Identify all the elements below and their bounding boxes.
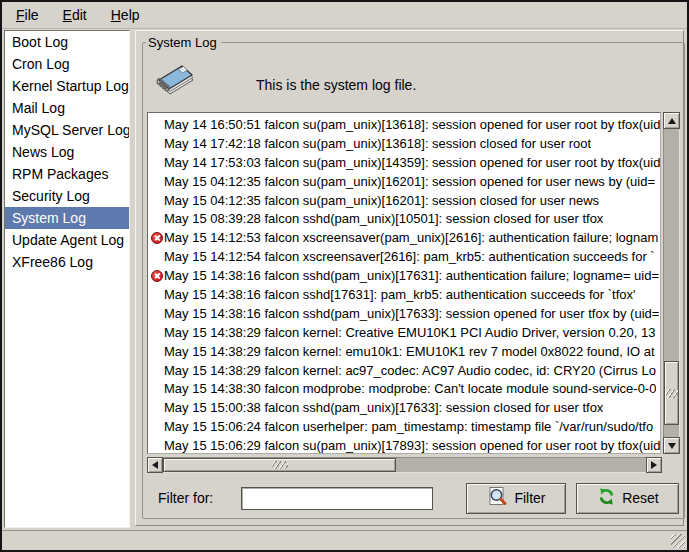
scroll-right-button[interactable] bbox=[646, 457, 662, 473]
log-description: This is the system log file. bbox=[256, 77, 416, 93]
log-header: This is the system log file. bbox=[146, 50, 681, 112]
log-row[interactable]: May 15 04:12:35 falcon su(pam_unix)[1620… bbox=[148, 191, 660, 210]
status-bar bbox=[2, 530, 687, 550]
log-row[interactable]: May 15 14:38:16 falcon sshd(pam_unix)[17… bbox=[148, 266, 660, 285]
log-row[interactable]: May 15 14:38:30 falcon modprobe: modprob… bbox=[148, 379, 660, 398]
red-x-circle-icon bbox=[151, 232, 163, 244]
log-row[interactable]: May 15 14:38:29 falcon kernel: Creative … bbox=[148, 323, 660, 342]
log-row[interactable]: May 15 14:12:54 falcon xscreensaver[2616… bbox=[148, 247, 660, 266]
log-row[interactable]: May 15 04:12:35 falcon su(pam_unix)[1620… bbox=[148, 172, 660, 191]
menu-edit[interactable]: Edit bbox=[51, 2, 99, 28]
magnifier-document-icon bbox=[487, 486, 508, 510]
log-list: May 14 16:50:51 falcon su(pam_unix)[1361… bbox=[147, 112, 661, 454]
horizontal-scrollbar bbox=[147, 457, 662, 473]
sidebar-item-cron-log[interactable]: Cron Log bbox=[5, 53, 129, 75]
vertical-scrollbar bbox=[663, 112, 680, 454]
filter-button[interactable]: Filter bbox=[466, 483, 566, 514]
vertical-scroll-thumb[interactable] bbox=[664, 361, 679, 425]
log-row[interactable]: May 14 16:50:51 falcon su(pam_unix)[1361… bbox=[148, 115, 660, 134]
log-row[interactable]: May 15 15:00:38 falcon sshd(pam_unix)[17… bbox=[148, 398, 660, 417]
log-row[interactable]: May 14 17:53:03 falcon su(pam_unix)[1435… bbox=[148, 153, 660, 172]
green-refresh-arrows-icon bbox=[597, 487, 616, 509]
sidebar-item-xfree86-log[interactable]: XFree86 Log bbox=[5, 251, 129, 273]
log-row[interactable]: May 15 14:38:29 falcon kernel: ac97_code… bbox=[148, 361, 660, 380]
notebook-icon bbox=[150, 58, 196, 106]
scroll-down-button[interactable] bbox=[663, 437, 680, 454]
horizontal-scroll-trough[interactable] bbox=[163, 457, 646, 473]
menu-bar: File Edit Help bbox=[2, 2, 687, 29]
thumb-grip bbox=[272, 461, 288, 469]
log-row[interactable]: May 15 08:39:28 falcon sshd(pam_unix)[10… bbox=[148, 209, 660, 228]
log-row[interactable]: May 15 15:06:29 falcon su(pam_unix)[1789… bbox=[148, 436, 660, 454]
menu-file[interactable]: File bbox=[4, 2, 51, 28]
vertical-scroll-trough[interactable] bbox=[663, 129, 680, 437]
log-row[interactable]: May 15 14:38:16 falcon sshd(pam_unix)[17… bbox=[148, 304, 660, 323]
log-viewer-window: File Edit Help Boot Log Cron Log Kernel … bbox=[0, 0, 689, 552]
triangle-right-icon bbox=[651, 461, 657, 469]
horizontal-scroll-thumb[interactable] bbox=[163, 458, 396, 472]
filter-label: Filter for: bbox=[158, 490, 213, 506]
sidebar-item-mysql-server-log[interactable]: MySQL Server Log bbox=[5, 119, 129, 141]
sidebar-item-system-log[interactable]: System Log bbox=[5, 207, 129, 229]
log-row[interactable]: May 15 15:06:24 falcon userhelper: pam_t… bbox=[148, 417, 660, 436]
sidebar-item-kernel-startup-log[interactable]: Kernel Startup Log bbox=[5, 75, 129, 97]
resize-grip[interactable] bbox=[671, 534, 685, 548]
menu-help[interactable]: Help bbox=[99, 2, 152, 28]
reset-button[interactable]: Reset bbox=[576, 483, 679, 514]
log-row[interactable]: May 15 14:38:29 falcon kernel: emu10k1: … bbox=[148, 342, 660, 361]
filter-input[interactable] bbox=[241, 487, 433, 510]
log-row[interactable]: May 15 14:12:53 falcon xscreensaver(pam_… bbox=[148, 228, 660, 247]
red-x-circle-icon bbox=[151, 270, 163, 282]
sidebar-item-security-log[interactable]: Security Log bbox=[5, 185, 129, 207]
sidebar-item-update-agent-log[interactable]: Update Agent Log bbox=[5, 229, 129, 251]
sidebar-item-mail-log[interactable]: Mail Log bbox=[5, 97, 129, 119]
sidebar-item-news-log[interactable]: News Log bbox=[5, 141, 129, 163]
triangle-left-icon bbox=[152, 461, 158, 469]
scroll-left-button[interactable] bbox=[147, 457, 163, 473]
log-row[interactable]: May 15 14:38:16 falcon sshd[17631]: pam_… bbox=[148, 285, 660, 304]
main-panel: System Log bbox=[135, 30, 684, 526]
groupbox-title: System Log bbox=[146, 35, 221, 50]
triangle-up-icon bbox=[668, 118, 676, 124]
log-category-list: Boot Log Cron Log Kernel Startup Log Mai… bbox=[4, 30, 130, 528]
log-row[interactable]: May 14 17:42:18 falcon su(pam_unix)[1361… bbox=[148, 134, 660, 153]
triangle-down-icon bbox=[668, 443, 676, 449]
sidebar-item-rpm-packages[interactable]: RPM Packages bbox=[5, 163, 129, 185]
scroll-up-button[interactable] bbox=[663, 112, 680, 129]
filter-row: Filter for: Filter bbox=[158, 482, 679, 514]
log-area: May 14 16:50:51 falcon su(pam_unix)[1361… bbox=[147, 112, 680, 454]
system-log-groupbox: System Log bbox=[142, 35, 685, 519]
sidebar-item-boot-log[interactable]: Boot Log bbox=[5, 31, 129, 53]
thumb-grip bbox=[666, 389, 678, 398]
